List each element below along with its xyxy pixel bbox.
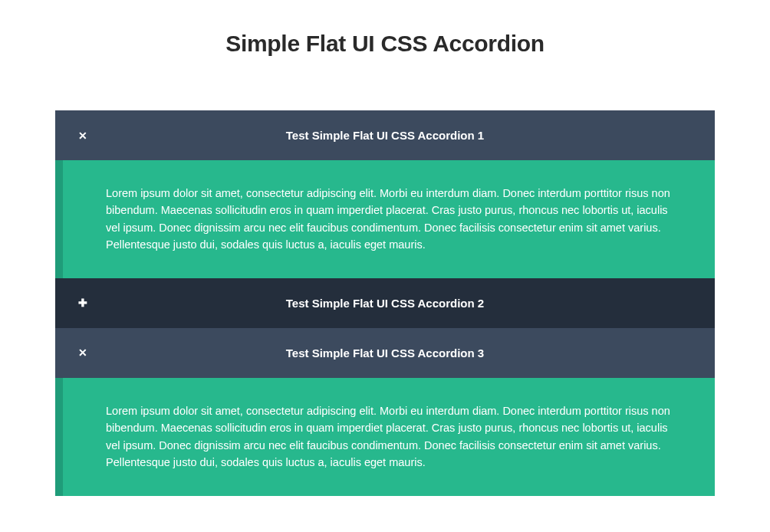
accordion-header-1[interactable]: ✕ Test Simple Flat UI CSS Accordion 1 — [55, 110, 715, 160]
accordion-body: Lorem ipsum dolor sit amet, consectetur … — [55, 160, 715, 278]
accordion-header-3[interactable]: ✕ Test Simple Flat UI CSS Accordion 3 — [55, 328, 715, 378]
accordion-item: ✚ Test Simple Flat UI CSS Accordion 2 — [55, 278, 715, 328]
accordion: ✕ Test Simple Flat UI CSS Accordion 1 Lo… — [55, 110, 715, 496]
accordion-body-text: Lorem ipsum dolor sit amet, consectetur … — [106, 402, 684, 471]
page-title: Simple Flat UI CSS Accordion — [0, 31, 770, 57]
close-icon: ✕ — [77, 130, 89, 142]
page-container: Simple Flat UI CSS Accordion ✕ Test Simp… — [0, 0, 770, 527]
accordion-header-2[interactable]: ✚ Test Simple Flat UI CSS Accordion 2 — [55, 278, 715, 328]
close-icon: ✕ — [77, 346, 89, 359]
plus-icon: ✚ — [77, 297, 89, 309]
accordion-header-label: Test Simple Flat UI CSS Accordion 2 — [286, 297, 484, 310]
accordion-item: ✕ Test Simple Flat UI CSS Accordion 1 Lo… — [55, 110, 715, 278]
accordion-header-label: Test Simple Flat UI CSS Accordion 1 — [286, 129, 484, 142]
accordion-item: ✕ Test Simple Flat UI CSS Accordion 3 Lo… — [55, 328, 715, 496]
accordion-body-text: Lorem ipsum dolor sit amet, consectetur … — [106, 185, 684, 254]
accordion-body: Lorem ipsum dolor sit amet, consectetur … — [55, 378, 715, 496]
accordion-header-label: Test Simple Flat UI CSS Accordion 3 — [286, 346, 484, 360]
